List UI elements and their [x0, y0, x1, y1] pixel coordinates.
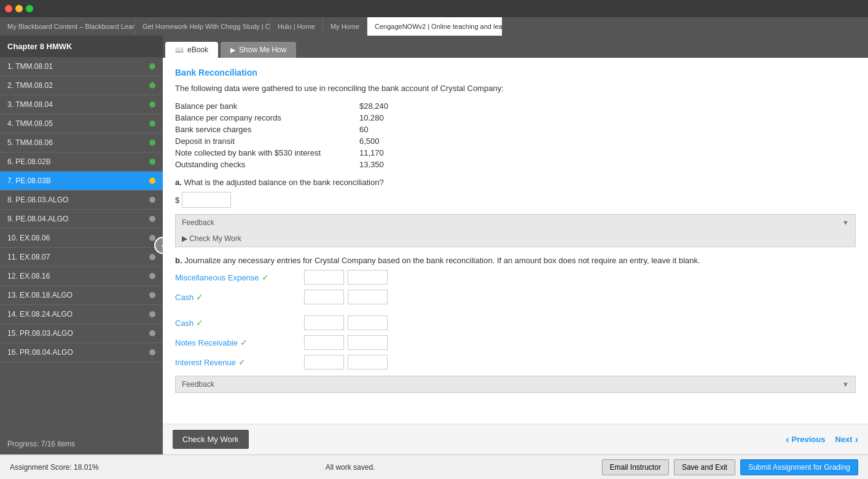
journal-row-2: Cash ✓: [175, 290, 856, 304]
credit-input-5[interactable]: [348, 355, 388, 370]
journal-row-1: Miscellaneous Expense ✓: [175, 270, 856, 285]
sidebar-item-11[interactable]: 11. EX.08.07: [0, 248, 163, 267]
sidebar-item-2[interactable]: 2. TMM.08.02: [0, 76, 163, 95]
debit-input-4[interactable]: [304, 335, 344, 350]
chevron-down-icon: ▼: [842, 381, 849, 388]
description: The following data were gathered to use …: [175, 84, 856, 93]
assignment-score: Assignment Score: 18.01%: [10, 463, 99, 472]
sidebar-item-label: 14. EX.08.24.ALGO: [7, 310, 72, 319]
journal-row-3: Cash ✓: [175, 315, 856, 330]
save-and-exit-button[interactable]: Save and Exit: [674, 459, 735, 475]
status-dot: [149, 82, 155, 89]
feedback-section-2: Feedback ▼: [175, 376, 856, 393]
credit-input-3[interactable]: [348, 315, 388, 330]
sidebar-item-9[interactable]: 9. PE.08.04.ALGO: [0, 210, 163, 229]
debit-input-1[interactable]: [304, 270, 344, 285]
tab-blackboard[interactable]: My Blackboard Content – Blackboard Learn: [0, 17, 135, 36]
credit-input-4[interactable]: [348, 335, 388, 350]
status-dot: [149, 121, 155, 127]
question-b: b. Journalize any necessary entries for …: [175, 256, 856, 370]
tab-chegg[interactable]: Get Homework Help With Chegg Study | Che…: [135, 17, 270, 36]
email-instructor-button[interactable]: Email Instructor: [602, 459, 669, 475]
next-button[interactable]: Next ›: [835, 434, 858, 445]
journal-inputs-1: [304, 270, 388, 285]
feedback-header-2[interactable]: Feedback ▼: [176, 376, 855, 392]
video-icon: ▶: [230, 46, 235, 54]
check-my-work-link[interactable]: ▶ Check My Work: [182, 234, 241, 243]
answer-a-row: $: [175, 192, 856, 208]
sidebar-item-label: 3. TMM.08.04: [7, 100, 53, 109]
main-content: 📖 eBook ▶ Show Me How Bank Reconciliatio…: [163, 36, 868, 454]
window-controls: [5, 5, 33, 12]
status-bar: Assignment Score: 18.01% All work saved.…: [0, 454, 868, 479]
data-row-6: Outstanding checks 13,350: [175, 160, 856, 169]
check-icon: ✓: [262, 272, 269, 282]
feedback-header-1[interactable]: Feedback ▼: [176, 215, 855, 231]
sidebar-item-16[interactable]: 16. PR.08.04.ALGO: [0, 343, 163, 362]
sidebar-item-label: 6. PE.08.02B: [7, 157, 51, 166]
previous-button[interactable]: ‹ Previous: [786, 434, 825, 445]
account-cash-1: Cash ✓: [175, 292, 298, 302]
ebook-icon: 📖: [175, 46, 184, 54]
sidebar-item-1[interactable]: 1. TMM.08.01: [0, 57, 163, 76]
data-row-1: Balance per bank $28,240: [175, 101, 856, 111]
feedback-section-1: Feedback ▼ ▶ Check My Work: [175, 214, 856, 247]
question-a: a. What is the adjusted balance on the b…: [175, 178, 856, 208]
sidebar-item-label: 15. PR.08.03.ALGO: [7, 329, 73, 338]
tab-show-me-how[interactable]: ▶ Show Me How: [221, 42, 296, 58]
status-dot: [149, 197, 155, 203]
debit-input-3[interactable]: [304, 315, 344, 330]
status-dot: [149, 330, 155, 336]
sidebar-item-10[interactable]: 10. EX.08.06: [0, 229, 163, 248]
check-my-work-button[interactable]: Check My Work: [173, 430, 249, 449]
sidebar-item-label: 10. EX.08.06: [7, 234, 50, 242]
check-icon: ✓: [240, 338, 248, 347]
sidebar-item-label: 7. PE.08.03B: [7, 176, 51, 185]
debit-input-2[interactable]: [304, 290, 344, 304]
sidebar-progress: Progress: 7/16 items: [0, 433, 163, 454]
sidebar-item-label: 2. TMM.08.02: [7, 81, 53, 90]
sidebar-item-15[interactable]: 15. PR.08.03.ALGO: [0, 324, 163, 343]
sidebar-item-8[interactable]: 8. PE.08.03.ALGO: [0, 191, 163, 210]
data-row-3: Bank service charges 60: [175, 125, 856, 134]
data-row-4: Deposit in transit 6,500: [175, 137, 856, 146]
account-cash-2: Cash ✓: [175, 318, 298, 328]
bottom-bar: Check My Work ‹ Previous Next ›: [163, 424, 868, 454]
sidebar-item-13[interactable]: 13. EX.08.18.ALGO: [0, 286, 163, 305]
journal-table: Miscellaneous Expense ✓ Cash ✓: [175, 270, 856, 370]
tab-hulu[interactable]: Hulu | Home: [270, 17, 323, 36]
sidebar-item-5[interactable]: 5. TMM.08.06: [0, 133, 163, 152]
status-actions: Email Instructor Save and Exit Submit As…: [602, 459, 858, 475]
save-status: All work saved.: [326, 463, 375, 472]
sidebar-item-7[interactable]: 7. PE.08.03B: [0, 172, 163, 191]
journal-row-5: Interest Revenue ✓: [175, 355, 856, 370]
close-dot[interactable]: [5, 5, 12, 12]
maximize-dot[interactable]: [26, 5, 33, 12]
minimize-dot[interactable]: [15, 5, 23, 12]
sidebar-item-14[interactable]: 14. EX.08.24.ALGO: [0, 305, 163, 324]
account-misc-expense: Miscellaneous Expense ✓: [175, 272, 298, 282]
sidebar-item-label: 16. PR.08.04.ALGO: [7, 348, 73, 357]
tab-cengage[interactable]: CengageNOWv2 | Online teaching and lear.…: [367, 17, 502, 36]
submit-assignment-button[interactable]: Submit Assignment for Grading: [740, 459, 858, 475]
sidebar: Chapter 8 HMWK 1. TMM.08.01 2. TMM.08.02…: [0, 36, 163, 454]
tab-myhome[interactable]: My Home: [323, 17, 367, 36]
status-dot: [149, 101, 155, 108]
status-dot: [149, 216, 155, 222]
feedback-body-1: ▶ Check My Work: [176, 231, 855, 247]
sidebar-item-4[interactable]: 4. TMM.08.05: [0, 114, 163, 133]
credit-input-2[interactable]: [348, 290, 388, 304]
sidebar-item-12[interactable]: 12. EX.08.16: [0, 267, 163, 286]
answer-a-input[interactable]: [182, 192, 231, 208]
sidebar-item-3[interactable]: 3. TMM.08.04: [0, 95, 163, 114]
credit-input-1[interactable]: [348, 270, 388, 285]
journal-inputs-5: [304, 355, 388, 370]
status-dot: [149, 63, 155, 69]
tab-ebook[interactable]: 📖 eBook: [165, 42, 218, 58]
debit-input-5[interactable]: [304, 355, 344, 370]
check-icon: ✓: [196, 318, 203, 328]
section-title: Bank Reconciliation: [175, 68, 856, 77]
sidebar-item-6[interactable]: 6. PE.08.02B: [0, 152, 163, 172]
chevron-down-icon: ▼: [842, 219, 849, 226]
journal-spacer: [175, 309, 856, 315]
